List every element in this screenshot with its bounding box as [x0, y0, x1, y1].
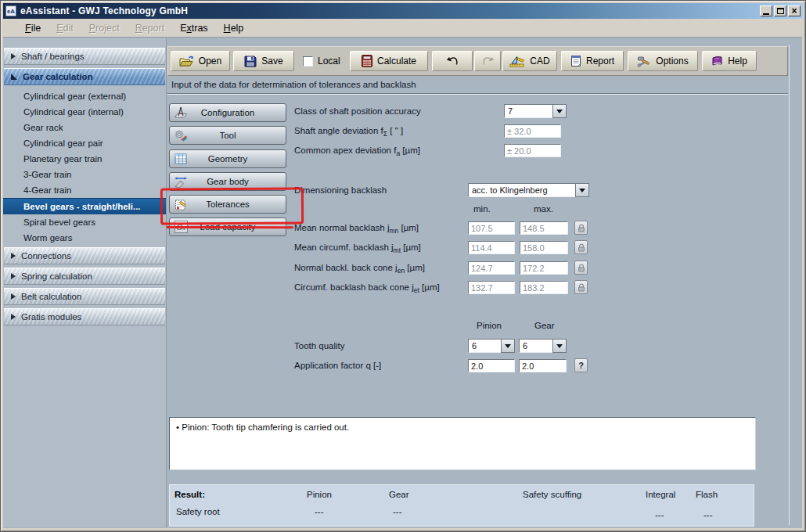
tool-button[interactable]: Tool	[169, 126, 286, 145]
application-factor-gear-field[interactable]	[519, 359, 567, 372]
toolbar: Open Save Local Calculate	[167, 46, 788, 76]
max-column-header: max.	[534, 204, 553, 214]
min-column-header: min.	[473, 204, 491, 214]
result-row-safety-root: Safety root	[176, 507, 220, 516]
pinion-column-header: Pinion	[477, 321, 502, 330]
lock-button[interactable]	[574, 240, 588, 254]
menu-help[interactable]: Help	[216, 21, 252, 35]
mean-normal-backlash-max-field[interactable]	[520, 221, 568, 235]
sidebar-section-belt-calculation[interactable]: Belt calculation	[4, 288, 165, 305]
help-book-icon	[711, 56, 723, 66]
tooth-quality-pinion-select[interactable]: 6	[468, 339, 515, 353]
application-factor-pinion-field[interactable]	[468, 359, 515, 372]
divider	[167, 93, 788, 95]
menu-report: Report	[128, 21, 173, 35]
application-factor-help-button[interactable]: ?	[574, 358, 588, 372]
result-col-integral: Integral	[646, 490, 675, 499]
undo-button[interactable]	[432, 51, 473, 71]
tooth-quality-gear-select[interactable]: 6	[519, 339, 567, 353]
result-panel: Result: Pinion Gear Safety scuffing Inte…	[169, 484, 754, 527]
close-button[interactable]: ×	[788, 5, 801, 16]
info-message-box: • Pinion: Tooth tip chamfering is carrie…	[169, 417, 756, 470]
load-capacity-icon: Ox	[173, 220, 189, 234]
accuracy-value: 7	[504, 104, 552, 118]
report-button[interactable]: Report	[561, 51, 624, 71]
menu-file[interactable]: File	[17, 21, 49, 35]
apex-deviation-field[interactable]	[504, 144, 561, 157]
load-capacity-button[interactable]: Ox Load capacity	[169, 217, 286, 236]
calculate-button[interactable]: Calculate	[350, 51, 428, 71]
accuracy-label: Class of shaft position accuracy	[294, 106, 421, 116]
menu-project: Project	[81, 21, 128, 35]
mean-circumf-backlash-max-field[interactable]	[520, 241, 568, 254]
redo-icon	[481, 56, 495, 66]
sidebar-item-planetary-gear-train[interactable]: Planetary gear train	[3, 151, 166, 167]
normal-backlash-back-cone-label: Normal backl. back cone jen [µm]	[294, 263, 425, 275]
geometry-icon	[173, 152, 189, 166]
tolerances-icon	[173, 197, 189, 211]
sidebar-item-worm-gears[interactable]: Worm gears	[3, 230, 166, 246]
chevron-down-icon[interactable]	[552, 339, 567, 353]
circumf-backlash-back-cone-min-field[interactable]	[468, 281, 515, 294]
chevron-down-icon[interactable]	[552, 104, 567, 118]
mean-normal-backlash-min-field[interactable]	[468, 221, 515, 235]
tool-icon	[173, 128, 189, 142]
sidebar-section-gratis-modules[interactable]: Gratis modules	[4, 308, 165, 325]
info-message: • Pinion: Tooth tip chamfering is carrie…	[176, 422, 349, 432]
cad-ruler-icon	[509, 56, 525, 67]
help-button[interactable]: Help	[702, 51, 757, 71]
gear-column-header: Gear	[534, 321, 555, 330]
sidebar-item-cylindrical-gear-pair[interactable]: Cylindrical gear pair	[3, 135, 166, 151]
minimize-button[interactable]	[760, 5, 772, 16]
sidebar-item-cylindrical-gear-internal[interactable]: Cylindrical gear (internal)	[3, 104, 166, 120]
sidebar-section-shaft-bearings[interactable]: Shaft / bearings	[4, 48, 165, 65]
save-button[interactable]: Save	[233, 51, 294, 71]
lock-button[interactable]	[574, 280, 588, 294]
redo-button[interactable]	[474, 51, 501, 71]
normal-backlash-back-cone-min-field[interactable]	[468, 261, 515, 275]
maximize-button[interactable]	[774, 5, 786, 16]
sidebar-item-cylindrical-gear-external[interactable]: Cylindrical gear (external)	[3, 88, 166, 104]
lock-icon	[578, 224, 585, 232]
chevron-right-icon	[11, 53, 16, 59]
sidebar-item-spiral-bevel-gears[interactable]: Spiral bevel gears	[3, 214, 166, 230]
circumf-backlash-back-cone-max-field[interactable]	[520, 281, 568, 294]
sidebar-item-bevel-gears[interactable]: Bevel gears - straight/heli...	[3, 198, 166, 214]
geometry-button[interactable]: Geometry	[169, 149, 286, 168]
options-button[interactable]: Options	[628, 51, 698, 71]
question-mark-icon: ?	[578, 361, 584, 370]
dimensioning-backlash-select[interactable]: acc. to Klingelnberg	[468, 183, 589, 197]
result-value-flash: ---	[703, 510, 713, 519]
sidebar-item-gear-rack[interactable]: Gear rack	[3, 120, 166, 135]
mean-circumf-backlash-min-field[interactable]	[468, 241, 515, 254]
open-button[interactable]: Open	[171, 51, 230, 71]
dimensioning-backlash-label: Dimensioning backlash	[294, 185, 387, 195]
save-floppy-icon	[244, 56, 257, 67]
local-checkbox-group: Local	[303, 51, 340, 71]
apex-deviation-label: Common apex deviation fa [µm]	[294, 146, 420, 157]
chevron-right-icon	[11, 293, 16, 300]
sidebar-item-3-gear-train[interactable]: 3-Gear train	[3, 167, 166, 182]
local-checkbox[interactable]	[303, 56, 313, 66]
chevron-down-icon[interactable]	[575, 183, 589, 197]
result-col-safety-scuffing: Safety scuffing	[523, 490, 581, 499]
menu-extras[interactable]: Extras	[172, 21, 215, 35]
sidebar-section-connections[interactable]: Connections	[4, 247, 165, 264]
chevron-down-icon[interactable]	[501, 339, 515, 353]
chevron-right-icon	[11, 273, 16, 279]
lock-button[interactable]	[574, 221, 588, 235]
gear-body-button[interactable]: Gear body	[169, 172, 286, 191]
shaft-angle-field[interactable]	[504, 124, 561, 138]
sidebar-section-spring-calculation[interactable]: Spring calculation	[4, 268, 165, 285]
normal-backlash-back-cone-max-field[interactable]	[520, 261, 568, 275]
accuracy-select[interactable]: 7	[504, 104, 567, 118]
sidebar-section-gear-calculation[interactable]: Gear calculation	[4, 68, 165, 85]
maximize-icon	[777, 8, 784, 14]
configuration-button[interactable]: Configuration	[169, 103, 286, 122]
tolerances-button[interactable]: Tolerances	[169, 195, 286, 214]
cad-button[interactable]: CAD	[502, 51, 557, 71]
tooth-quality-label: Tooth quality	[294, 341, 345, 350]
lock-button[interactable]	[574, 261, 588, 275]
sidebar-item-4-gear-train[interactable]: 4-Gear train	[3, 182, 166, 198]
result-col-flash: Flash	[696, 490, 718, 499]
